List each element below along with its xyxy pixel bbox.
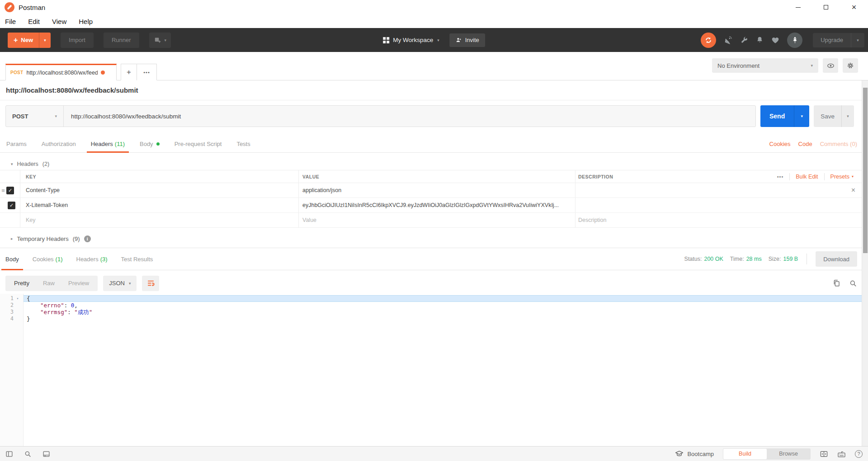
headers-section-toggle[interactable]: ▾ Headers (2): [11, 159, 49, 169]
response-body-editor[interactable]: 1▾ { 2 "errno": 0, 3 "errmsg": "成功" 4 }: [0, 294, 862, 446]
header-value-cell[interactable]: application/json: [298, 183, 575, 198]
import-button[interactable]: Import: [61, 33, 94, 48]
row-checkbox[interactable]: ✓: [8, 202, 15, 209]
tab-options-button[interactable]: •••: [137, 64, 157, 80]
response-tab-test-results[interactable]: Test Results: [121, 248, 153, 270]
fold-arrow-icon[interactable]: ▾: [14, 295, 22, 302]
request-tab[interactable]: POST http://localhost:8080/wx/feedb.: [5, 64, 117, 80]
toggle-sidebar-icon[interactable]: [5, 450, 13, 458]
url-input[interactable]: [64, 106, 755, 127]
tab-headers[interactable]: Headers (11): [91, 135, 125, 152]
whats-new-button[interactable]: [787, 33, 802, 48]
environment-preview-button[interactable]: [823, 58, 838, 73]
browse-toggle-option[interactable]: Browse: [767, 449, 810, 459]
menu-view[interactable]: View: [52, 18, 66, 25]
new-dropdown-button[interactable]: ▾: [39, 33, 51, 48]
bulk-edit-link[interactable]: Bulk Edit: [796, 174, 818, 180]
method-select[interactable]: POST ▾: [6, 106, 64, 127]
comments-link[interactable]: Comments (0): [820, 141, 857, 147]
save-dropdown-button[interactable]: ▾: [841, 105, 854, 127]
format-select[interactable]: JSON ▾: [103, 276, 137, 291]
tab-tests[interactable]: Tests: [236, 135, 250, 152]
proxy-button[interactable]: [724, 36, 732, 44]
search-icon[interactable]: [849, 279, 857, 287]
menubar: File Edit View Help: [0, 14, 868, 28]
download-button[interactable]: Download: [816, 251, 857, 267]
header-key-cell[interactable]: X-Litemall-Token: [20, 198, 298, 212]
request-title-row: http://localhost:8080/wx/feedback/submit: [0, 80, 868, 100]
upgrade-dropdown-button[interactable]: ▾: [851, 33, 864, 47]
keyboard-shortcuts-icon[interactable]: [837, 450, 846, 458]
menu-file[interactable]: File: [5, 18, 16, 25]
bootcamp-button[interactable]: Bootcamp: [675, 450, 714, 458]
console-icon[interactable]: [42, 450, 50, 458]
tab-body[interactable]: Body: [140, 135, 160, 152]
temporary-headers-toggle[interactable]: ▸ Temporary Headers (9) i: [11, 232, 91, 245]
runner-button[interactable]: Runner: [104, 33, 139, 48]
code-link[interactable]: Code: [798, 141, 812, 147]
response-tab-cookies[interactable]: Cookies (1): [33, 248, 63, 270]
tab-authorization[interactable]: Authorization: [42, 135, 76, 152]
drag-handle-icon[interactable]: ≡: [0, 187, 6, 194]
presets-label: Presets: [830, 174, 849, 180]
workspace-switcher[interactable]: My Workspace ▾: [383, 37, 439, 43]
copy-icon[interactable]: [832, 279, 841, 287]
send-button[interactable]: Send ▾: [760, 105, 809, 127]
header-value-cell[interactable]: eyJhbGciOiJIUzI1NiIsInR5cCI6IkpXVCJ9.eyJ…: [298, 198, 575, 212]
response-tab-body[interactable]: Body: [5, 248, 19, 270]
minimize-button[interactable]: [784, 0, 812, 14]
new-button[interactable]: +New ▾: [8, 33, 51, 48]
help-icon[interactable]: ?: [855, 450, 863, 458]
invite-button[interactable]: Invite: [449, 33, 485, 47]
wrench-icon: [740, 36, 748, 44]
presets-dropdown[interactable]: Presets ▾: [830, 174, 854, 180]
tab-prerequest-script[interactable]: Pre-request Script: [175, 135, 222, 152]
tab-params[interactable]: Params: [6, 135, 27, 152]
maximize-button[interactable]: [812, 0, 840, 14]
new-value-input[interactable]: Value: [298, 213, 575, 227]
search-icon[interactable]: [24, 450, 32, 458]
header-row-content-type: ≡ ✓ Content-Type application/json ×: [0, 183, 868, 198]
request-side-links: Cookies Code Comments (0): [769, 135, 857, 153]
sync-button[interactable]: [701, 33, 716, 48]
menu-help[interactable]: Help: [79, 18, 93, 25]
bootcamp-label: Bootcamp: [687, 451, 714, 457]
info-icon[interactable]: i: [84, 235, 91, 242]
view-pretty-button[interactable]: Pretty: [7, 280, 36, 287]
view-mode-switcher: Pretty Raw Preview: [5, 276, 98, 291]
row-checkbox[interactable]: ✓: [6, 187, 14, 194]
build-toggle-option[interactable]: Build: [723, 449, 767, 459]
chevron-down-icon: ▾: [811, 63, 813, 68]
vertical-scrollbar[interactable]: [862, 80, 868, 446]
chevron-down-icon: ▾: [165, 38, 167, 42]
cookies-link[interactable]: Cookies: [769, 141, 791, 147]
environment-settings-button[interactable]: [843, 58, 858, 73]
header-description-cell[interactable]: [575, 198, 868, 212]
response-tab-tests-label: Test Results: [121, 256, 153, 263]
header-description-cell[interactable]: ×: [575, 183, 868, 198]
new-key-input[interactable]: Key: [20, 213, 298, 227]
upgrade-button[interactable]: Upgrade ▾: [813, 33, 864, 47]
line-number: 2: [0, 302, 14, 309]
settings-wrench-button[interactable]: [740, 36, 748, 44]
close-button[interactable]: ×: [840, 0, 868, 14]
notifications-button[interactable]: [756, 36, 764, 44]
two-pane-view-icon[interactable]: [820, 450, 828, 458]
view-raw-button[interactable]: Raw: [36, 280, 61, 287]
new-description-input[interactable]: Description: [575, 213, 868, 227]
code-line: 3 "errmsg": "成功": [0, 309, 862, 315]
wrap-lines-button[interactable]: [142, 276, 159, 291]
more-options-icon[interactable]: •••: [777, 174, 784, 179]
headers-section-count: (2): [42, 161, 49, 167]
scrollbar-thumb[interactable]: [863, 88, 868, 253]
favorites-button[interactable]: [771, 36, 779, 44]
view-preview-button[interactable]: Preview: [61, 280, 96, 287]
new-window-button[interactable]: ▾: [149, 33, 171, 48]
send-dropdown-button[interactable]: ▾: [794, 105, 809, 127]
environment-select[interactable]: No Environment ▾: [712, 58, 818, 73]
response-tab-headers[interactable]: Headers (3): [76, 248, 108, 270]
new-tab-button[interactable]: +: [121, 64, 137, 80]
header-key-cell[interactable]: Content-Type: [20, 183, 298, 198]
menu-edit[interactable]: Edit: [28, 18, 40, 25]
save-button[interactable]: Save ▾: [814, 105, 854, 127]
